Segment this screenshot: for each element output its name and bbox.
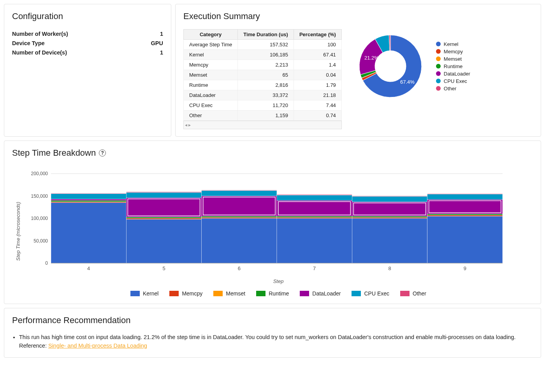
svg-text:4: 4: [87, 265, 90, 271]
svg-text:7: 7: [313, 265, 316, 271]
legend-item[interactable]: Memcpy: [436, 48, 470, 55]
svg-rect-36: [277, 218, 352, 263]
table-row[interactable]: Memset650.04: [184, 70, 342, 80]
table-row[interactable]: CPU Exec11,7207.44: [184, 100, 342, 111]
svg-rect-28: [202, 218, 277, 263]
col-duration[interactable]: Time Duration (us): [238, 30, 294, 40]
donut-legend: KernelMemcpyMemsetRuntimeDataLoaderCPU E…: [436, 40, 470, 92]
svg-rect-57: [427, 194, 503, 200]
col-percentage[interactable]: Percentage (%): [294, 30, 341, 40]
config-row: Number of Device(s) 1: [12, 48, 163, 57]
svg-rect-18: [51, 193, 126, 193]
table-row[interactable]: Average Step Time157,532100: [184, 40, 342, 50]
legend-item[interactable]: Memset: [436, 55, 470, 63]
svg-rect-34: [202, 190, 277, 190]
step-time-title: Step Time Breakdown: [12, 148, 96, 158]
config-label: Number of Worker(s): [12, 31, 68, 37]
svg-rect-48: [352, 202, 427, 216]
svg-rect-16: [51, 199, 126, 200]
table-row[interactable]: Kernel106,18567.41: [184, 50, 342, 60]
svg-rect-15: [51, 200, 126, 202]
legend-item[interactable]: DataLoader: [300, 290, 341, 297]
svg-text:50,000: 50,000: [33, 238, 48, 244]
svg-rect-45: [352, 217, 427, 218]
legend-item[interactable]: Runtime: [436, 63, 470, 70]
legend-item[interactable]: Other: [436, 85, 470, 92]
legend-item[interactable]: Other: [400, 290, 426, 297]
legend-item[interactable]: Memcpy: [169, 290, 202, 297]
configuration-title: Configuration: [12, 11, 163, 21]
svg-rect-40: [277, 200, 352, 216]
config-row: Number of Worker(s) 1: [12, 29, 163, 39]
step-xlabel: Step: [24, 278, 533, 284]
table-pager[interactable]: ◂ ▸: [183, 121, 342, 129]
execution-summary-table: Category Time Duration (us) Percentage (…: [183, 29, 342, 121]
legend-item[interactable]: CPU Exec: [352, 290, 389, 297]
svg-text:21.2%: 21.2%: [364, 55, 379, 61]
step-time-stacked-bar-chart[interactable]: 050,000100,000150,000200,000456789: [24, 166, 510, 275]
recommendation-item: This run has high time cost on input dat…: [19, 333, 533, 350]
table-row[interactable]: DataLoader33,37221.18: [184, 90, 342, 100]
legend-item[interactable]: DataLoader: [436, 70, 470, 77]
legend-item[interactable]: Kernel: [130, 290, 158, 297]
config-row: Device Type GPU: [12, 39, 163, 48]
table-row[interactable]: Other1,1590.74: [184, 111, 342, 121]
svg-rect-29: [202, 217, 277, 218]
svg-rect-49: [352, 197, 427, 202]
svg-text:8: 8: [388, 265, 391, 271]
svg-text:67.4%: 67.4%: [400, 79, 415, 85]
svg-rect-12: [51, 203, 126, 263]
svg-rect-47: [352, 216, 427, 217]
svg-rect-20: [126, 219, 201, 263]
svg-rect-37: [277, 217, 352, 218]
svg-rect-58: [427, 193, 503, 194]
svg-text:6: 6: [238, 265, 241, 271]
svg-rect-25: [126, 192, 201, 198]
legend-item[interactable]: CPU Exec: [436, 77, 470, 85]
execution-summary-card: Execution Summary Category Time Duration…: [175, 4, 541, 137]
svg-rect-17: [51, 194, 126, 199]
svg-rect-26: [126, 192, 201, 192]
svg-text:100,000: 100,000: [31, 216, 48, 221]
table-row[interactable]: Memcpy2,2131.4: [184, 60, 342, 70]
legend-item[interactable]: Kernel: [436, 40, 470, 48]
config-label: Device Type: [12, 40, 45, 46]
config-label: Number of Device(s): [12, 49, 67, 56]
execution-summary-donut-chart[interactable]: 67.4%21.2%: [350, 29, 431, 103]
svg-rect-24: [126, 198, 201, 217]
execution-summary-title: Execution Summary: [183, 11, 533, 21]
svg-rect-55: [427, 214, 503, 215]
step-legend: KernelMemcpyMemsetRuntimeDataLoaderCPU E…: [24, 290, 533, 297]
svg-text:150,000: 150,000: [31, 193, 48, 199]
svg-rect-23: [126, 217, 201, 218]
svg-rect-44: [352, 218, 427, 263]
svg-text:0: 0: [45, 260, 48, 266]
svg-rect-53: [427, 215, 503, 216]
step-ylabel: Step Time (microseconds): [12, 166, 24, 297]
execution-table-wrap: Category Time Duration (us) Percentage (…: [183, 29, 342, 129]
help-icon[interactable]: ?: [99, 149, 106, 156]
performance-recommendation-card: Performance Recommendation This run has …: [4, 308, 541, 358]
performance-recommendation-title: Performance Recommendation: [12, 315, 533, 325]
col-category[interactable]: Category: [184, 30, 238, 40]
svg-rect-32: [202, 196, 277, 216]
config-value: GPU: [151, 40, 163, 46]
svg-rect-21: [126, 218, 201, 220]
svg-rect-33: [202, 191, 277, 196]
table-row[interactable]: Runtime2,8161.79: [184, 80, 342, 90]
svg-rect-39: [277, 216, 352, 217]
recommendation-link[interactable]: Single- and Multi-process Data Loading: [48, 343, 147, 349]
config-value: 1: [160, 31, 163, 37]
configuration-card: Configuration Number of Worker(s) 1 Devi…: [4, 4, 171, 137]
svg-text:5: 5: [162, 265, 165, 271]
svg-text:9: 9: [464, 265, 466, 271]
svg-rect-31: [202, 216, 277, 217]
svg-rect-50: [352, 196, 427, 196]
svg-rect-41: [277, 195, 352, 200]
legend-item[interactable]: Runtime: [256, 290, 289, 297]
svg-rect-56: [427, 200, 503, 214]
svg-text:200,000: 200,000: [31, 171, 48, 176]
legend-item[interactable]: Memset: [213, 290, 245, 297]
config-value: 1: [160, 49, 163, 56]
step-time-breakdown-card: Step Time Breakdown ? Step Time (microse…: [4, 141, 541, 304]
